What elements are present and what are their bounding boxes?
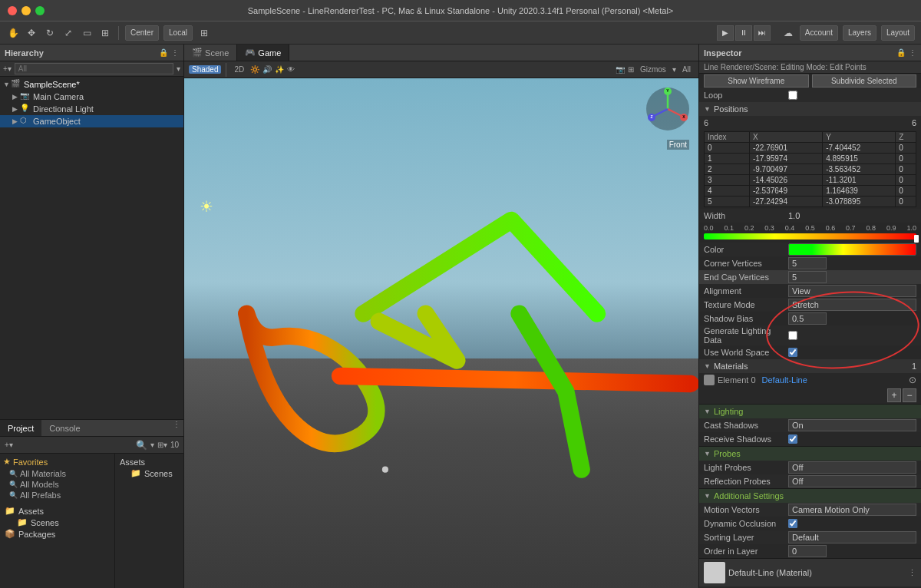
position-row-2[interactable]: 2-9.700497-3.5634520 — [705, 164, 916, 175]
additional-settings-header[interactable]: ▼ Additional Settings — [699, 488, 921, 503]
view-icon[interactable]: ⊞▾ — [157, 441, 167, 449]
expand-arrow-samplescene[interactable]: ▼ — [3, 81, 11, 88]
shadow-bias-input[interactable] — [788, 312, 827, 325]
fav-all-prefabs[interactable]: 🔍 All Prefabs — [3, 490, 111, 500]
alignment-dropdown[interactable]: View TransformZ — [788, 285, 916, 297]
inspector-menu-icon[interactable]: ⋮ — [909, 48, 916, 57]
maximize-button[interactable] — [35, 6, 45, 15]
light-probes-dropdown[interactable]: Off Blend Probes — [788, 461, 916, 474]
corner-vertices-input[interactable] — [788, 257, 827, 269]
materials-add-button[interactable]: + — [887, 388, 901, 402]
center-button[interactable]: Center — [125, 25, 159, 41]
material-circle-icon[interactable]: ⊙ — [909, 375, 916, 385]
gizmos-button[interactable]: Gizmos — [637, 65, 669, 74]
hierarchy-item-directionallight[interactable]: ▶ 💡 Directional Light — [0, 103, 183, 115]
generate-lighting-checkbox[interactable] — [788, 331, 797, 340]
assets-main-label[interactable]: Assets — [118, 457, 180, 467]
position-row-3[interactable]: 3-14.45026-11.32010 — [705, 175, 916, 186]
scenes-folder[interactable]: 📁 Scenes — [15, 517, 111, 528]
fav-all-models[interactable]: 🔍 All Models — [3, 479, 111, 490]
material-component-menu[interactable]: ⋮ — [908, 568, 916, 578]
expand-arrow-gameobject[interactable]: ▶ — [12, 117, 20, 125]
position-row-5[interactable]: 5-27.24294-3.0788950 — [705, 197, 916, 207]
loop-checkbox[interactable] — [788, 91, 797, 100]
inspector-scroll[interactable]: Show Wireframe Subdivide Selected Loop ▼… — [699, 74, 921, 588]
tab-console[interactable]: Console — [41, 420, 87, 436]
layers-button[interactable]: Layers — [843, 25, 876, 41]
receive-shadows-checkbox[interactable] — [788, 434, 797, 444]
tab-scene[interactable]: 🎬 Scene — [184, 45, 237, 61]
packages-folder[interactable]: 📦 Packages — [3, 528, 111, 540]
position-row-0[interactable]: 0-22.76901-7.4044520 — [705, 143, 916, 154]
window-controls[interactable] — [8, 6, 45, 15]
subdivide-selected-button[interactable]: Subdivide Selected — [812, 74, 917, 88]
position-row-4[interactable]: 4-2.5376491.1646390 — [705, 186, 916, 197]
persp-icon[interactable]: 🔆 — [250, 65, 259, 74]
pause-button[interactable]: ⏸ — [735, 25, 752, 41]
sorting-layer-dropdown[interactable]: Default — [788, 531, 916, 543]
dynamic-occlusion-checkbox[interactable] — [788, 519, 797, 528]
step-button[interactable]: ⏭ — [754, 25, 771, 41]
minimize-button[interactable] — [21, 6, 31, 15]
element-0-value[interactable]: Default-Line — [762, 375, 807, 385]
move-tool-icon[interactable]: ✥ — [25, 26, 38, 40]
scale-tool-icon[interactable]: ⤢ — [61, 26, 75, 40]
fav-all-materials[interactable]: 🔍 All Materials — [3, 468, 111, 479]
motion-vectors-dropdown[interactable]: Camera Motion Only — [788, 504, 916, 516]
transform-tool-icon[interactable]: ⊞ — [98, 26, 112, 40]
tab-project[interactable]: Project — [0, 420, 41, 436]
account-button[interactable]: Account — [800, 25, 838, 41]
materials-header[interactable]: ▼ Materials 1 — [699, 359, 921, 373]
hierarchy-filter-icon[interactable]: ▾ — [177, 64, 180, 73]
search-icon[interactable]: 🔍 — [136, 440, 147, 451]
cast-shadows-dropdown[interactable]: On Off — [788, 419, 916, 431]
hierarchy-item-gameobject[interactable]: ▶ ⬡ GameObject — [0, 115, 183, 127]
use-world-space-checkbox[interactable] — [788, 348, 797, 357]
bottom-panel-menu[interactable]: ⋮ — [170, 420, 183, 436]
reflection-probes-dropdown[interactable]: Off Blend Probes — [788, 475, 916, 487]
grid-icon[interactable]: ⊞ — [197, 26, 211, 40]
hierarchy-plus-icon[interactable]: +▾ — [3, 64, 12, 73]
assets-folder-root[interactable]: 📁 Assets — [3, 505, 111, 517]
local-button[interactable]: Local — [163, 25, 193, 41]
filter-icon[interactable]: ▾ — [150, 441, 154, 449]
materials-remove-button[interactable]: − — [903, 388, 916, 402]
nav-gizmo[interactable]: Y X Z — [645, 86, 691, 132]
lighting-section-header[interactable]: ▼ Lighting — [699, 404, 921, 418]
probes-header[interactable]: ▼ Probes — [699, 446, 921, 461]
hierarchy-search-input[interactable] — [15, 63, 173, 74]
hierarchy-item-maincamera[interactable]: ▶ 📷 Main Camera — [0, 91, 183, 103]
gizmos-icon[interactable]: ⊞ — [628, 65, 634, 74]
cloud-icon[interactable]: ☁ — [781, 26, 795, 40]
camera-icon-toolbar[interactable]: 📷 — [616, 65, 625, 74]
hidden-icon[interactable]: 👁 — [287, 65, 295, 74]
hierarchy-lock-icon[interactable]: 🔒 — [159, 48, 168, 57]
rect-tool-icon[interactable]: ▭ — [80, 26, 94, 40]
end-cap-vertices-input[interactable] — [788, 271, 827, 283]
tab-game[interactable]: 🎮 Game — [237, 45, 289, 61]
color-swatch[interactable] — [788, 243, 916, 256]
hand-tool-icon[interactable]: ✋ — [6, 26, 20, 40]
all-tag-button[interactable]: All — [679, 65, 694, 74]
position-row-1[interactable]: 1-17.959744.8959150 — [705, 154, 916, 164]
play-button[interactable]: ▶ — [717, 25, 734, 41]
layout-button[interactable]: Layout — [881, 25, 915, 41]
audio-icon[interactable]: 🔊 — [262, 65, 272, 74]
texture-mode-dropdown[interactable]: Stretch Tile — [788, 299, 916, 311]
hierarchy-menu-icon[interactable]: ⋮ — [171, 48, 179, 57]
rotate-tool-icon[interactable]: ↻ — [43, 26, 57, 40]
inspector-lock-icon[interactable]: 🔒 — [896, 48, 906, 57]
positions-header[interactable]: ▼ Positions — [699, 102, 921, 116]
close-button[interactable] — [8, 6, 17, 15]
expand-arrow-dirlight[interactable]: ▶ — [12, 105, 20, 113]
shading-button[interactable]: Shaded — [189, 65, 221, 74]
2d-button[interactable]: 2D — [231, 65, 247, 74]
hierarchy-item-samplescene[interactable]: ▼ 🎬 SampleScene* — [0, 78, 183, 91]
order-in-layer-input[interactable] — [788, 545, 827, 557]
width-gradient-bar[interactable] — [704, 233, 916, 239]
expand-arrow-maincamera[interactable]: ▶ — [12, 93, 20, 101]
scenes-main-folder[interactable]: 📁 Scenes — [129, 467, 180, 479]
effects-icon[interactable]: ✨ — [275, 65, 284, 74]
project-plus-icon[interactable]: +▾ — [5, 441, 13, 449]
show-wireframe-button[interactable]: Show Wireframe — [704, 74, 809, 88]
